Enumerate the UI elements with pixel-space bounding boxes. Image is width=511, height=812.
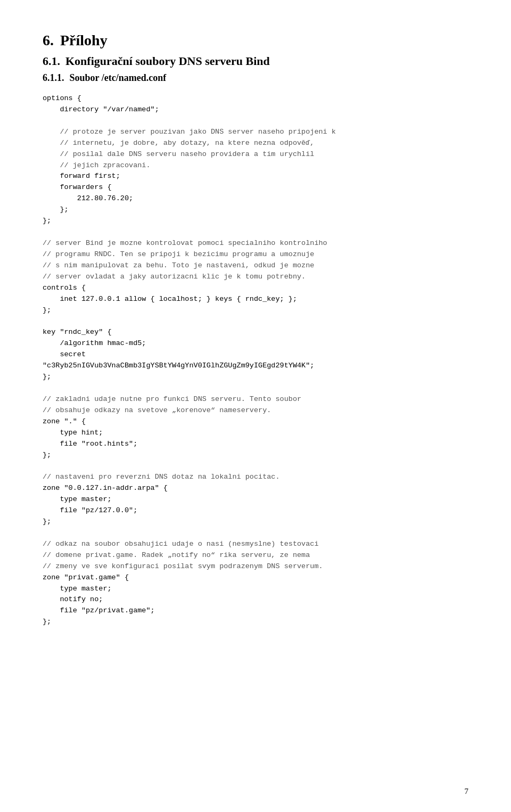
section-title: Konfigurační soubory DNS serveru Bind	[65, 54, 270, 68]
chapter-heading: 6.Přílohy	[43, 32, 468, 49]
chapter-number: 6.	[43, 32, 54, 48]
subsection-title: Soubor /etc/named.conf	[70, 72, 167, 83]
code-block: options { directory "/var/named"; // pro…	[43, 93, 468, 628]
section-number: 6.1.	[43, 54, 60, 68]
page-number: 7	[465, 787, 469, 796]
chapter-title: Přílohy	[60, 32, 108, 48]
section-heading: 6.1.Konfigurační soubory DNS serveru Bin…	[43, 54, 468, 68]
subsection-heading: 6.1.1.Soubor /etc/named.conf	[43, 72, 468, 84]
subsection-number: 6.1.1.	[43, 72, 64, 83]
